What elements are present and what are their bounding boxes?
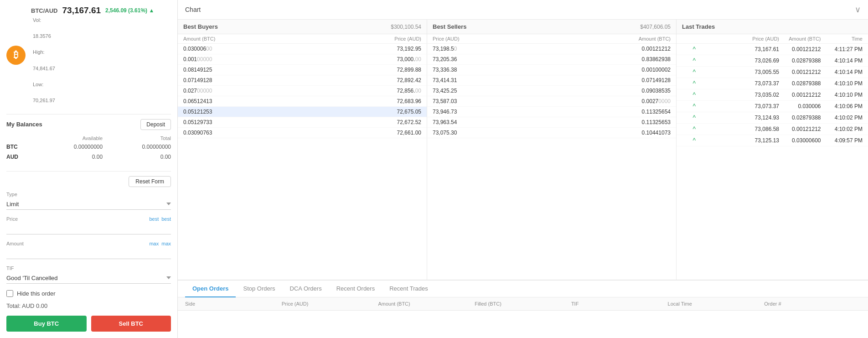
trade-price: 73,086.58	[696, 126, 779, 132]
buyer-row[interactable]: 0.0512973372,672.52	[178, 117, 427, 128]
price-best1-link[interactable]: best	[149, 216, 159, 222]
buyer-row[interactable]: 0.0270000072,856.00	[178, 86, 427, 96]
amount-max1-link[interactable]: max	[149, 241, 159, 246]
btc-logo: ₿	[6, 46, 26, 65]
orders-col-header: Local Time	[668, 301, 765, 307]
buyer-price: 73,192.95	[302, 46, 421, 52]
buyer-amount: 0.03090763	[183, 130, 302, 136]
ticker-row: ₿ BTC/AUD 73,167.61 2,546.09 (3.61%) ▲ V…	[6, 5, 171, 105]
hide-order-checkbox[interactable]	[6, 290, 13, 297]
trade-row: ^73,125.130.030006004:09:57 PM	[677, 135, 868, 146]
buyer-row[interactable]: 0.0651241372,683.96	[178, 96, 427, 107]
tif-label: TIF	[6, 265, 171, 271]
seller-price: 73,198.50	[433, 46, 552, 52]
trade-arrow: ^	[682, 46, 696, 53]
amount-links: max max	[149, 241, 171, 246]
trade-price: 73,073.37	[696, 103, 779, 109]
orders-col-headers: SidePrice (AUD)Amount (BTC)Filled (BTC)T…	[178, 297, 868, 311]
buyer-amount: 0.05121253	[183, 109, 302, 115]
seller-price: 73,414.31	[433, 77, 552, 83]
trade-time: 4:11:27 PM	[821, 46, 863, 52]
buyer-row[interactable]: 0.0309076372,661.00	[178, 128, 427, 138]
chart-title: Chart	[185, 6, 201, 13]
orders-tab[interactable]: Open Orders	[185, 281, 236, 297]
amount-max2-link[interactable]: max	[161, 241, 171, 246]
orders-col-header: Filled (BTC)	[475, 301, 571, 307]
lt-col-price: Price (AUD)	[696, 36, 779, 42]
best-sellers-rows: 73,198.500.0012121273,205.360.8386293873…	[427, 44, 676, 280]
balance-row: AUD0.000.00	[6, 152, 171, 162]
lt-col-time: Time	[821, 36, 863, 42]
trade-row: ^73,124.930.028793884:10:02 PM	[677, 112, 868, 124]
seller-row[interactable]: 73,425.250.09038535	[427, 86, 676, 96]
orders-tab[interactable]: Stop Orders	[236, 281, 282, 297]
trade-row: ^73,035.020.001212124:10:10 PM	[677, 89, 868, 101]
balances-table: Available Total BTC0.000000000.00000000A…	[6, 135, 171, 162]
buyer-price: 72,856.00	[302, 88, 421, 94]
chart-toggle-button[interactable]: ∨	[855, 5, 861, 15]
seller-row[interactable]: 73,587.030.00270000	[427, 96, 676, 107]
trade-price: 73,124.93	[696, 114, 779, 121]
trade-arrow: ^	[682, 68, 696, 76]
orders-tab[interactable]: Recent Orders	[329, 281, 382, 297]
last-trades-section: Last Trades Price (AUD) Amount (BTC) Tim…	[677, 20, 868, 280]
price-best2-link[interactable]: best	[161, 216, 171, 222]
seller-amount: 0.10441073	[552, 130, 671, 136]
buyer-amount: 0.05129733	[183, 119, 302, 125]
sellers-col-amount: Amount (BTC)	[552, 36, 671, 42]
seller-price: 73,946.73	[433, 109, 552, 115]
reset-form-button[interactable]: Reset Form	[129, 176, 171, 187]
buyer-row[interactable]: 0.0512125372,675.05	[178, 107, 427, 117]
trade-price: 73,035.02	[696, 92, 779, 98]
seller-row[interactable]: 73,075.300.10441073	[427, 128, 676, 138]
buyer-amount: 0.07149128	[183, 77, 302, 83]
deposit-button[interactable]: Deposit	[140, 119, 171, 130]
orders-col-header: Side	[185, 301, 282, 307]
orders-col-header: Order #	[764, 301, 861, 307]
trade-time: 4:10:06 PM	[821, 103, 863, 109]
buyer-price: 73,000.00	[302, 56, 421, 62]
buyer-row[interactable]: 0.0814912572,899.88	[178, 65, 427, 75]
buyer-row[interactable]: 0.0714912872,892.42	[178, 75, 427, 86]
seller-price: 73,205.36	[433, 56, 552, 62]
price-label: Price	[6, 216, 171, 222]
buyer-price: 72,683.96	[302, 98, 421, 104]
trade-amount: 0.00121212	[779, 69, 821, 75]
seller-row[interactable]: 73,205.360.83862938	[427, 54, 676, 65]
balance-currency: BTC	[6, 142, 34, 152]
amount-input[interactable]	[6, 248, 171, 259]
seller-row[interactable]: 73,414.310.07149128	[427, 75, 676, 86]
buyer-amount: 0.06512413	[183, 98, 302, 104]
price-input[interactable]	[6, 224, 171, 234]
trade-arrow: ^	[682, 125, 696, 133]
type-field: Type Limit	[6, 192, 171, 210]
buyer-row[interactable]: 0.0010000073,000.00	[178, 54, 427, 65]
best-buyers-header: Best Buyers $300,100.54	[178, 20, 427, 34]
buyer-amount: 0.03000600	[183, 46, 302, 52]
seller-row[interactable]: 73,198.500.00121212	[427, 44, 676, 54]
trade-row: ^73,086.580.001212124:10:02 PM	[677, 124, 868, 135]
balances-title: My Balances	[6, 121, 42, 128]
hide-order-row: Hide this order	[6, 290, 171, 297]
orders-tab[interactable]: DCA Orders	[283, 281, 329, 297]
sell-button[interactable]: Sell BTC	[91, 316, 171, 332]
ticker-pair: BTC/AUD	[31, 7, 58, 14]
tif-select[interactable]: Good 'Til Cancelled	[6, 273, 171, 284]
trade-price: 73,125.13	[696, 137, 779, 144]
trade-arrow: ^	[682, 137, 696, 144]
best-buyers-rows: 0.0300060073,192.950.0010000073,000.000.…	[178, 44, 427, 280]
type-select[interactable]: Limit	[6, 199, 171, 210]
buy-button[interactable]: Buy BTC	[6, 316, 87, 332]
seller-amount: 0.00121212	[552, 46, 671, 52]
orders-col-header: TIF	[571, 301, 668, 307]
orders-tab[interactable]: Recent Trades	[382, 281, 435, 297]
buyer-price: 72,675.05	[302, 109, 421, 115]
seller-row[interactable]: 73,946.730.11325654	[427, 107, 676, 117]
trade-time: 4:10:14 PM	[821, 57, 863, 64]
seller-row[interactable]: 73,336.380.00100002	[427, 65, 676, 75]
trade-price: 73,167.61	[696, 46, 779, 52]
sellers-col-price: Price (AUD)	[433, 36, 552, 42]
seller-row[interactable]: 73,963.540.11325653	[427, 117, 676, 128]
buyer-row[interactable]: 0.0300060073,192.95	[178, 44, 427, 54]
trade-amount: 0.02879388	[779, 80, 821, 87]
